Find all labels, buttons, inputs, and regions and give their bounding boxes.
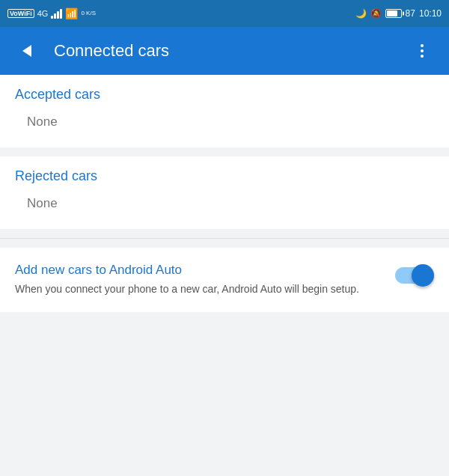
data-speed: 0 K/S [81, 10, 96, 17]
add-new-cars-toggle[interactable] [395, 264, 434, 287]
wifi-icon: 📶 [65, 7, 78, 19]
status-right: 🌙 🔕 87 10:10 [355, 8, 442, 19]
accepted-cars-title: Accepted cars [15, 87, 434, 103]
back-button[interactable] [12, 36, 42, 66]
network-type: 4G [37, 9, 49, 18]
signal-bars [51, 8, 62, 19]
toggle-text-area: Add new cars to Android Auto When you co… [15, 263, 395, 297]
content-area: Accepted cars None Rejected cars None Ad… [0, 75, 449, 476]
rejected-cars-section: Rejected cars None [0, 156, 449, 229]
back-arrow-icon [22, 45, 31, 57]
status-bar: VoWiFi 4G 📶 0 K/S 🌙 🔕 87 10:10 [0, 0, 449, 27]
moon-icon: 🌙 [355, 8, 367, 19]
accepted-cars-value: None [15, 112, 434, 135]
three-dots-icon [421, 44, 424, 58]
accepted-cars-section: Accepted cars None [0, 75, 449, 147]
rejected-cars-value: None [15, 193, 434, 217]
add-new-cars-heading: Add new cars to Android Auto [15, 263, 383, 278]
page-title: Connected cars [54, 41, 407, 61]
add-new-cars-description: When you connect your phone to a new car… [15, 282, 383, 297]
add-new-cars-section: Add new cars to Android Auto When you co… [0, 248, 449, 312]
notification-icon: 🔕 [370, 8, 382, 19]
more-options-button[interactable] [407, 36, 437, 66]
app-bar: Connected cars [0, 27, 449, 75]
status-left: VoWiFi 4G 📶 0 K/S [7, 7, 96, 19]
toggle-thumb [412, 264, 434, 287]
vowifi-badge: VoWiFi [7, 9, 34, 18]
time: 10:10 [419, 8, 442, 19]
battery-percent: 87 [406, 8, 415, 19]
battery-icon [385, 9, 402, 18]
divider [0, 238, 449, 239]
gap-1 [0, 147, 449, 156]
gap-2 [0, 229, 449, 238]
rejected-cars-title: Rejected cars [15, 168, 434, 184]
